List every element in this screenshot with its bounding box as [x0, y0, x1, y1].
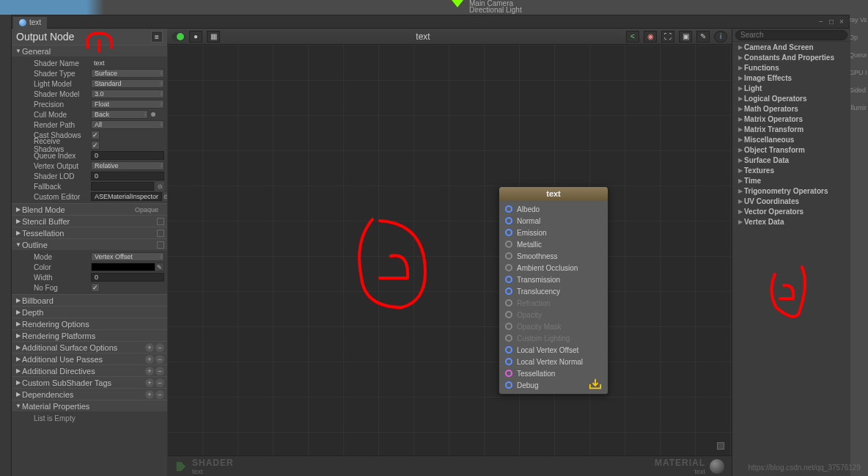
palette-category-uv-coordinates[interactable]: ▶UV Coordinates: [732, 196, 850, 206]
port-dot-icon[interactable]: [505, 288, 512, 295]
port-refraction[interactable]: Refraction: [505, 297, 602, 309]
port-debug[interactable]: Debug: [505, 379, 602, 391]
port-dot-icon[interactable]: [505, 276, 512, 283]
port-dot-icon[interactable]: [505, 334, 512, 342]
section-dependencies-header[interactable]: ▶Dependencies+−: [12, 388, 167, 400]
section-custom-subshader-header[interactable]: ▶Custom SubShader Tags+−: [12, 376, 167, 388]
port-local-vertex-normal[interactable]: Local Vertex Normal: [505, 356, 602, 367]
add-button[interactable]: +: [145, 367, 154, 376]
remove-button[interactable]: −: [155, 367, 164, 376]
palette-category-vertex-data[interactable]: ▶Vertex Data: [732, 216, 850, 227]
focus-button[interactable]: ⛶: [661, 31, 674, 43]
palette-search-input[interactable]: [735, 30, 847, 40]
shader-lod-field[interactable]: 0: [91, 172, 164, 180]
fallback-picker-icon[interactable]: ⊙: [155, 182, 164, 191]
outline-nofog-checkbox[interactable]: ✓: [91, 283, 100, 292]
outline-color-field[interactable]: ✎: [91, 263, 164, 271]
port-dot-icon[interactable]: [505, 229, 512, 236]
section-additional-directives-header[interactable]: ▶Additional Directives+−: [12, 365, 167, 376]
section-additional-use-passes-header[interactable]: ▶Additional Use Passes+−: [12, 353, 167, 365]
outline-mode-dropdown[interactable]: Vertex Offset⁞: [91, 252, 164, 261]
cast-shadows-checkbox[interactable]: ✓: [91, 131, 100, 139]
palette-category-matrix-operators[interactable]: ▶Matrix Operators: [732, 114, 850, 124]
palette-category-camera-and-screen[interactable]: ▶Camera And Screen: [732, 42, 850, 52]
cull-mode-dropdown[interactable]: Back⁞: [91, 110, 148, 119]
clipboard-button[interactable]: ▦: [207, 31, 220, 43]
share-button[interactable]: <: [626, 31, 639, 43]
port-dot-icon[interactable]: [505, 299, 512, 307]
sphere-preview-button[interactable]: ●: [189, 31, 202, 43]
stencil-toggle-icon[interactable]: [157, 218, 164, 225]
section-rendering-options-header[interactable]: ▶Rendering Options: [12, 318, 167, 329]
port-smoothness[interactable]: Smoothness: [505, 250, 602, 262]
window-maximize-button[interactable]: □: [827, 17, 836, 26]
canvas-grid[interactable]: [167, 45, 732, 455]
port-albedo[interactable]: Albedo: [505, 203, 602, 215]
section-blend-mode-header[interactable]: ▶Blend ModeOpaque: [12, 203, 167, 215]
add-button[interactable]: +: [145, 390, 154, 399]
port-dot-icon[interactable]: [505, 241, 512, 248]
remove-button[interactable]: −: [155, 378, 164, 387]
add-button[interactable]: +: [145, 343, 154, 352]
palette-category-image-effects[interactable]: ▶Image Effects: [732, 73, 850, 83]
port-dot-icon[interactable]: [505, 311, 512, 318]
outline-width-field[interactable]: 0: [91, 273, 164, 282]
port-tessellation[interactable]: Tessellation: [505, 367, 602, 379]
palette-category-matrix-transform[interactable]: ▶Matrix Transform: [732, 124, 850, 134]
cleanup-button[interactable]: ✎: [696, 31, 710, 43]
port-dot-icon[interactable]: [505, 323, 512, 330]
shader-name-field[interactable]: text: [91, 59, 164, 67]
palette-category-light[interactable]: ▶Light: [732, 83, 850, 93]
screenshot-button[interactable]: ◉: [644, 31, 657, 43]
port-dot-icon[interactable]: [505, 217, 512, 224]
port-emission[interactable]: Emission: [505, 227, 602, 238]
section-outline-header[interactable]: ▼Outline: [12, 238, 167, 250]
remove-button[interactable]: −: [155, 343, 164, 352]
port-custom-lighting[interactable]: Custom Lighting: [505, 332, 602, 344]
shader-tab[interactable]: text: [13, 17, 47, 29]
window-minimize-button[interactable]: −: [817, 17, 825, 26]
palette-category-constants-and-properties[interactable]: ▶Constants And Properties: [732, 52, 850, 62]
live-toggle[interactable]: [172, 32, 185, 41]
port-dot-icon[interactable]: [505, 370, 512, 377]
queue-index-field[interactable]: 0: [91, 151, 164, 160]
fallback-field[interactable]: [91, 182, 154, 191]
port-local-vertex-offset[interactable]: Local Vertex Offset: [505, 344, 602, 356]
minimap-toggle[interactable]: [717, 442, 724, 450]
download-icon[interactable]: [589, 378, 602, 389]
section-rendering-platforms-header[interactable]: ▶Rendering Platforms: [12, 329, 167, 341]
canvas-area[interactable]: ● ▦ text < ◉ ⛶ ▣ ✎ i text AlbedoNormalEm…: [167, 29, 732, 476]
palette-category-logical-operators[interactable]: ▶Logical Operators: [732, 93, 850, 103]
palette-category-math-operators[interactable]: ▶Math Operators: [732, 103, 850, 114]
shader-type-dropdown[interactable]: Surface⁞: [91, 69, 164, 78]
receive-shadows-checkbox[interactable]: ✓: [91, 141, 100, 150]
section-tessellation-header[interactable]: ▶Tessellation: [12, 227, 167, 238]
add-button[interactable]: +: [145, 355, 154, 364]
palette-category-textures[interactable]: ▶Textures: [732, 165, 850, 175]
outline-toggle-icon[interactable]: [157, 241, 164, 249]
property-switch-icon[interactable]: [151, 112, 155, 117]
palette-category-object-transform[interactable]: ▶Object Transform: [732, 144, 850, 155]
port-ambient-occlusion[interactable]: Ambient Occlusion: [505, 262, 602, 274]
fit-button[interactable]: ▣: [679, 31, 692, 43]
render-path-dropdown[interactable]: All⁞: [91, 120, 164, 129]
add-button[interactable]: +: [145, 378, 154, 387]
port-metallic[interactable]: Metallic: [505, 238, 602, 250]
palette-category-surface-data[interactable]: ▶Surface Data: [732, 155, 850, 165]
section-depth-header[interactable]: ▶Depth: [12, 306, 167, 318]
tessellation-toggle-icon[interactable]: [157, 230, 164, 237]
vertex-output-dropdown[interactable]: Relative⁞: [91, 161, 164, 170]
palette-category-vector-operators[interactable]: ▶Vector Operators: [732, 206, 850, 216]
port-opacity-mask[interactable]: Opacity Mask: [505, 321, 602, 332]
window-close-button[interactable]: ×: [837, 17, 846, 26]
port-dot-icon[interactable]: [505, 264, 512, 271]
section-billboard-header[interactable]: ▶Billboard: [12, 294, 167, 306]
port-dot-icon[interactable]: [505, 346, 512, 354]
section-additional-surface-header[interactable]: ▶Additional Surface Options+−: [12, 341, 167, 353]
remove-button[interactable]: −: [155, 355, 164, 364]
section-stencil-buffer-header[interactable]: ▶Stencil Buffer: [12, 215, 167, 227]
palette-category-time[interactable]: ▶Time: [732, 175, 850, 186]
port-translucency[interactable]: Translucency: [505, 285, 602, 297]
port-dot-icon[interactable]: [505, 252, 512, 260]
port-dot-icon[interactable]: [505, 358, 512, 365]
